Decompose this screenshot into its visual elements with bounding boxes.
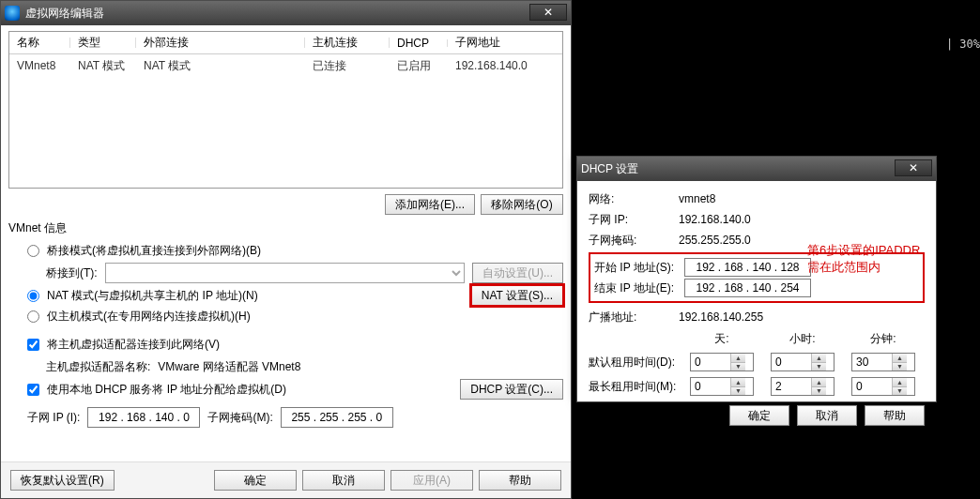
annotation-text: 第6步设置的IPADDR 需在此范围内 [807, 242, 976, 276]
virtual-network-editor-window: 虚拟网络编辑器 ✕ 名称 类型 外部连接 主机连接 DHCP 子网地址 VMne… [0, 0, 572, 499]
lease-grid: 天: 小时: 分钟: 默认租用时间(D): ▲▼ ▲▼ ▲▼ 最长租用时间(M)… [589, 331, 925, 396]
annotation-line2: 需在此范围内 [807, 259, 976, 276]
hours-header: 小时: [771, 331, 835, 347]
hostonly-radio[interactable]: 仅主机模式(在专用网络内连接虚拟机)(H) [27, 306, 563, 326]
use-dhcp-check[interactable]: 使用本地 DHCP 服务将 IP 地址分配给虚拟机(D) DHCP 设置(C).… [27, 379, 563, 400]
nat-settings-button[interactable]: NAT 设置(S)... [471, 285, 563, 306]
subnet-mask-label: 子网掩码: [589, 233, 679, 249]
col-type[interactable]: 类型 [70, 35, 136, 51]
help-button[interactable]: 帮助 [479, 470, 561, 491]
dhcp-settings-button[interactable]: DHCP 设置(C)... [460, 379, 563, 400]
up-icon[interactable]: ▲ [730, 378, 745, 387]
default-hours-spinner[interactable]: ▲▼ [771, 353, 835, 371]
default-days-spinner[interactable]: ▲▼ [690, 353, 754, 371]
col-name[interactable]: 名称 [9, 35, 70, 51]
max-minutes-spinner[interactable]: ▲▼ [851, 377, 915, 396]
use-dhcp-input[interactable] [27, 384, 39, 396]
max-minutes-input[interactable] [852, 378, 892, 395]
minutes-header: 分钟: [851, 331, 915, 347]
help-button[interactable]: 帮助 [865, 405, 925, 426]
cancel-button[interactable]: 取消 [302, 470, 385, 491]
default-minutes-spinner[interactable]: ▲▼ [851, 353, 915, 371]
default-minutes-input[interactable] [852, 354, 892, 370]
subnet-ip-value: 192.168.140.0 [679, 213, 751, 226]
up-icon[interactable]: ▲ [892, 378, 907, 387]
subnet-mask-label: 子网掩码(M): [207, 410, 272, 426]
hostonly-radio-input[interactable] [27, 310, 39, 323]
start-ip-label: 开始 IP 地址(S): [594, 260, 684, 276]
bridged-label: 桥接模式(将虚拟机直接连接到外部网络)(B) [47, 243, 261, 259]
down-icon[interactable]: ▼ [811, 363, 826, 371]
host-adapter-name-label: 主机虚拟适配器名称: [46, 359, 150, 375]
subnet-mask-input[interactable]: 255 . 255 . 255 . 0 [281, 407, 393, 428]
col-host[interactable]: 主机连接 [305, 35, 390, 51]
down-icon[interactable]: ▼ [730, 387, 745, 396]
col-subnet[interactable]: 子网地址 [448, 35, 562, 51]
background-text: | 30% [946, 38, 980, 51]
cancel-button[interactable]: 取消 [797, 405, 857, 426]
titlebar[interactable]: 虚拟网络编辑器 ✕ [1, 1, 571, 25]
remove-network-button[interactable]: 移除网络(O) [481, 194, 563, 215]
close-button[interactable]: ✕ [895, 159, 932, 176]
annotation-line1: 第6步设置的IPADDR [807, 242, 976, 259]
max-days-spinner[interactable]: ▲▼ [690, 377, 754, 396]
end-ip-label: 结束 IP 地址(E): [594, 280, 684, 296]
broadcast-value: 192.168.140.255 [679, 310, 763, 324]
bridged-radio-input[interactable] [27, 245, 39, 257]
default-days-input[interactable] [691, 354, 730, 370]
down-icon[interactable]: ▼ [892, 363, 907, 371]
auto-setting-button[interactable]: 自动设置(U)... [472, 263, 563, 283]
window-title: DHCP 设置 [581, 161, 638, 177]
dhcp-footer: 确定 取消 帮助 [577, 396, 936, 435]
connect-host-adapter-check[interactable]: 将主机虚拟适配器连接到此网络(V) [27, 334, 563, 355]
col-ext[interactable]: 外部连接 [136, 35, 305, 51]
max-hours-input[interactable] [772, 378, 811, 395]
subnet-mask-value: 255.255.255.0 [679, 234, 751, 247]
titlebar[interactable]: DHCP 设置 ✕ [577, 157, 936, 181]
network-value: vmnet8 [679, 192, 715, 205]
ok-button[interactable]: 确定 [214, 470, 297, 491]
connect-host-adapter-label: 将主机虚拟适配器连接到此网络(V) [47, 337, 220, 353]
close-button[interactable]: ✕ [529, 4, 567, 21]
max-hours-spinner[interactable]: ▲▼ [771, 377, 835, 396]
apply-button[interactable]: 应用(A) [390, 470, 473, 491]
dhcp-settings-window: DHCP 设置 ✕ 网络:vmnet8 子网 IP:192.168.140.0 … [576, 156, 937, 402]
nat-radio[interactable]: NAT 模式(与虚拟机共享主机的 IP 地址)(N) NAT 设置(S)... [27, 285, 563, 306]
bridge-to-select[interactable] [105, 263, 466, 283]
max-days-input[interactable] [691, 378, 730, 395]
cell-dhcp: 已启用 [390, 58, 448, 74]
restore-defaults-button[interactable]: 恢复默认设置(R) [10, 470, 115, 491]
broadcast-label: 广播地址: [589, 310, 679, 325]
table-header: 名称 类型 外部连接 主机连接 DHCP 子网地址 [9, 32, 562, 54]
end-ip-input[interactable]: 192 . 168 . 140 . 254 [684, 279, 811, 297]
up-icon[interactable]: ▲ [811, 378, 826, 387]
cell-ext: NAT 模式 [136, 58, 305, 74]
subnet-ip-label: 子网 IP: [589, 212, 679, 228]
hostonly-label: 仅主机模式(在专用网络内连接虚拟机)(H) [47, 309, 251, 325]
dialog-footer: 恢复默认设置(R) 确定 取消 应用(A) 帮助 [1, 461, 571, 498]
subnet-ip-label: 子网 IP (I): [27, 410, 80, 426]
network-table[interactable]: 名称 类型 外部连接 主机连接 DHCP 子网地址 VMnet8 NAT 模式 … [8, 31, 563, 189]
add-network-button[interactable]: 添加网络(E)... [385, 194, 475, 215]
up-icon[interactable]: ▲ [811, 354, 826, 363]
table-row[interactable]: VMnet8 NAT 模式 NAT 模式 已连接 已启用 192.168.140… [9, 54, 562, 77]
cell-host: 已连接 [305, 58, 390, 74]
up-icon[interactable]: ▲ [730, 354, 745, 363]
nat-label: NAT 模式(与虚拟机共享主机的 IP 地址)(N) [47, 288, 258, 304]
subnet-ip-input[interactable]: 192 . 168 . 140 . 0 [87, 407, 200, 428]
down-icon[interactable]: ▼ [730, 363, 745, 371]
bridged-radio[interactable]: 桥接模式(将虚拟机直接连接到外部网络)(B) [27, 240, 563, 261]
cell-name: VMnet8 [9, 59, 70, 72]
app-icon [5, 6, 20, 21]
default-hours-input[interactable] [772, 354, 811, 370]
down-icon[interactable]: ▼ [811, 387, 826, 396]
connect-host-adapter-input[interactable] [27, 339, 39, 351]
start-ip-input[interactable]: 192 . 168 . 140 . 128 [684, 258, 811, 277]
col-dhcp[interactable]: DHCP [390, 37, 448, 50]
cell-type: NAT 模式 [70, 58, 136, 74]
nat-radio-input[interactable] [27, 290, 39, 302]
window-title: 虚拟网络编辑器 [25, 6, 104, 22]
down-icon[interactable]: ▼ [892, 387, 907, 396]
ok-button[interactable]: 确定 [729, 405, 789, 426]
up-icon[interactable]: ▲ [892, 354, 907, 363]
